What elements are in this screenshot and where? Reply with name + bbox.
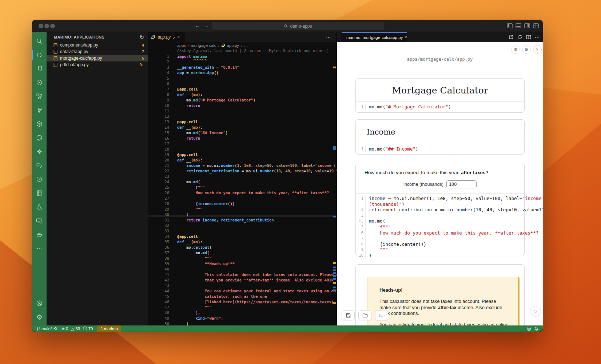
diamonds-icon: ❖ (36, 149, 42, 155)
code-line: 5 f""" (356, 224, 524, 230)
editor-group-preview: marimo: mortgage-calc/app.py × ⋯ ≡ ⚙ × a… (337, 32, 543, 325)
customize-layout-icon[interactable] (533, 23, 539, 29)
cell-code[interactable]: 1mo.md("# Mortgage Calculator") (356, 102, 524, 112)
feedback-icon[interactable] (527, 327, 531, 331)
activity-tests[interactable] (32, 200, 47, 214)
activity-account[interactable] (32, 296, 47, 310)
github-icon (36, 135, 43, 141)
activity-marimo[interactable] (32, 48, 47, 62)
open-external-icon[interactable] (509, 35, 514, 40)
history-forward-button[interactable]: → (204, 23, 209, 29)
activity-github[interactable] (32, 131, 47, 145)
code-line: 8def __(mo): (148, 92, 337, 97)
marimo-status-badge[interactable]: ϟ marimo (97, 325, 121, 332)
code-line: (thousands)") (356, 201, 524, 207)
activity-diamonds[interactable]: ❖ (32, 145, 47, 159)
code-line: 50 ) (148, 321, 337, 325)
activity-copy[interactable] (32, 62, 47, 76)
question-text: How much do you expect to make this year… (365, 170, 461, 175)
code-line: 2 (148, 59, 337, 65)
code-line: 24 mo.md( (148, 179, 337, 185)
activity-remote-window[interactable] (32, 214, 47, 228)
close-icon[interactable]: × (177, 35, 180, 40)
keyboard-shortcuts-button[interactable] (375, 310, 388, 320)
sidebar-item-pdfchat[interactable]: pdfchat/app.py 9+ (47, 61, 148, 68)
sidebar-item-mortgage-calc[interactable]: mortgage-calc/app.py 5 (47, 55, 148, 61)
search-text: demo-apps (290, 24, 312, 29)
refresh-icon[interactable]: ↻ (140, 34, 144, 40)
activity-terraform[interactable] (32, 103, 47, 117)
minimize-window-button[interactable] (44, 24, 49, 28)
tab-app-py[interactable]: app.py 5 × (148, 32, 184, 42)
tab-badge: 5 (172, 35, 175, 39)
problems-item[interactable]: ⊗0 △33 ⓘ79 (60, 325, 94, 332)
code-line: 1mo.md("## Income") (356, 146, 524, 152)
folder-icon (362, 313, 368, 318)
git-blame-annotation: Akshay Agrawal, last month | 2 authors (… (177, 48, 329, 54)
app-file-path: apps/mortgage-calc/app.py (337, 57, 543, 62)
more-actions-icon[interactable]: ⋯ (535, 34, 540, 40)
item-badge: 9+ (139, 63, 144, 67)
activity-package[interactable] (32, 117, 47, 131)
activity-settings[interactable]: ⚙ (32, 310, 47, 324)
code-line: 9 """ (356, 247, 524, 253)
activity-gauge[interactable] (32, 172, 47, 186)
code-line: 45 calculator, such as the one (148, 294, 337, 299)
code-line: 18 (148, 147, 337, 152)
sidebar-item-components[interactable]: components/app.py 4 (47, 42, 148, 48)
sidebar-item-dataviz[interactable]: dataviz/app.py 7 (47, 48, 148, 55)
code-line: 33 (148, 228, 337, 234)
tab-marimo-preview[interactable]: marimo: mortgage-calc/app.py × (342, 32, 407, 42)
settings-button[interactable]: ⚙ (522, 45, 531, 54)
git-branch-item[interactable]: main* ⟲ (35, 325, 58, 332)
more-icon (36, 245, 43, 252)
income-number-input[interactable]: 100 (446, 180, 477, 188)
activity-more[interactable] (32, 241, 47, 255)
command-center-search[interactable]: demo-apps (212, 22, 384, 30)
code-line: 4app = marimo.App() (148, 70, 337, 76)
file-name: pdfchat/app.py (60, 62, 89, 67)
activity-run-pointer[interactable] (32, 76, 47, 89)
code-line: 20def __(mo): (148, 157, 337, 163)
cell-code[interactable]: 1income = mo.ui.number(1, 1e8, step=50, … (356, 194, 524, 260)
editor-actions-more-icon[interactable]: ⋯ (326, 32, 331, 42)
code-line: 15 mo.md("## Income") (148, 130, 337, 136)
toggle-primary-sidebar-icon[interactable] (507, 23, 513, 29)
code-line: 17 (148, 141, 337, 147)
gauge-icon (36, 176, 43, 183)
cell-code[interactable]: 1mo.md("## Income") (356, 144, 524, 154)
activity-docker[interactable] (32, 228, 47, 241)
history-back-button[interactable]: ← (195, 23, 200, 29)
app-title: Mortgage Calculator (356, 79, 524, 96)
shutdown-button[interactable]: × (533, 45, 542, 54)
code-editor[interactable]: 1import marimo23__generated_with = "0.0.… (148, 54, 337, 325)
split-editor-icon[interactable] (526, 35, 531, 40)
save-button[interactable] (342, 310, 355, 320)
code-line: 10 return (148, 103, 337, 108)
code-line: 27 (148, 196, 337, 201)
save-icon (346, 313, 351, 318)
breadcrumb[interactable]: apps› mortgage-calc› app.py› … (177, 42, 248, 48)
bell-icon[interactable] (534, 327, 538, 331)
notebook-icon (53, 49, 58, 54)
account-icon (36, 300, 43, 307)
file-name: mortgage-calc/app.py (60, 56, 102, 61)
toggle-secondary-sidebar-icon[interactable] (524, 23, 530, 29)
refresh-icon[interactable] (517, 35, 522, 40)
activity-bar: ❖ ⚙ (32, 32, 47, 325)
activity-infrastructure[interactable] (32, 89, 47, 103)
close-window-button[interactable] (39, 24, 43, 28)
sidebar-title: MARIMO: APPLICATIONS (54, 35, 104, 39)
close-icon[interactable]: × (405, 35, 407, 40)
run-app-button[interactable]: ▷ (530, 306, 541, 317)
activity-search[interactable] (32, 34, 47, 48)
activity-notebook[interactable] (32, 186, 47, 200)
zoom-window-button[interactable] (50, 24, 55, 28)
python-icon (221, 43, 225, 47)
toggle-panel-icon[interactable] (516, 23, 522, 29)
code-line: 8 {income.center()} (356, 241, 524, 247)
menu-button[interactable]: ≡ (511, 45, 520, 54)
open-folder-button[interactable] (358, 310, 371, 320)
activity-comments[interactable] (32, 159, 47, 172)
callout-title: Heads-up! (379, 287, 509, 293)
